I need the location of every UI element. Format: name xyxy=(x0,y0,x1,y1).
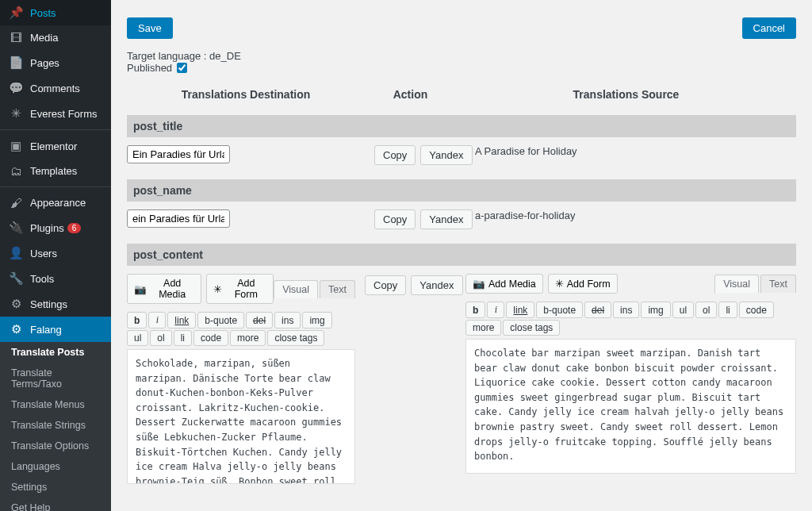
wrench-icon: 🔧 xyxy=(8,271,24,286)
sidebar-item-plugins[interactable]: 🔌Plugins6 xyxy=(0,215,111,240)
sidebar-item-falang[interactable]: ⚙Falang xyxy=(0,317,111,342)
submenu-get-help[interactable]: Get Help xyxy=(0,498,111,511)
qt-link[interactable]: link xyxy=(167,312,196,328)
sidebar-item-templates[interactable]: 🗂Templates xyxy=(0,159,111,183)
submenu-translate-posts[interactable]: Translate Posts xyxy=(0,342,111,363)
sidebar-item-comments[interactable]: 💬Comments xyxy=(0,75,111,101)
qt-ins[interactable]: ins xyxy=(613,302,639,318)
sidebar-item-label: Posts xyxy=(30,7,56,19)
dest-editor-wrap: 📷Add Media ✳Add Form Visual Text b i lin… xyxy=(127,274,355,486)
gear-icon: ⚙ xyxy=(8,297,24,311)
sidebar-item-label: Comments xyxy=(30,83,80,94)
forms-icon: ✳ xyxy=(213,283,222,295)
sidebar-item-label: Elementor xyxy=(30,140,77,152)
published-label: Published xyxy=(127,62,172,74)
submenu-translate-strings[interactable]: Translate Strings xyxy=(0,415,111,436)
submenu-translate-terms[interactable]: Translate Terms/Taxo xyxy=(0,363,111,394)
qt-link[interactable]: link xyxy=(506,302,534,318)
qt-code[interactable]: code xyxy=(739,302,774,318)
submenu-translate-options[interactable]: Translate Options xyxy=(0,436,111,456)
dest-add-media-button[interactable]: 📷Add Media xyxy=(127,274,201,304)
qt-i[interactable]: i xyxy=(148,312,166,328)
source-add-media-button[interactable]: 📷Add Media xyxy=(465,274,543,294)
source-quicktags-toolbar: b i link b-quote del ins img ul ol li co… xyxy=(465,298,796,339)
qt-del[interactable]: del xyxy=(584,302,611,318)
dest-tab-visual[interactable]: Visual xyxy=(274,280,318,298)
user-icon: 👤 xyxy=(8,246,24,260)
qt-li[interactable]: li xyxy=(174,330,192,346)
qt-close-tags[interactable]: close tags xyxy=(503,320,560,336)
media-icon: 🎞 xyxy=(8,31,24,44)
qt-ol[interactable]: ol xyxy=(150,330,171,346)
qt-img[interactable]: img xyxy=(302,312,331,328)
sidebar-item-users[interactable]: 👤Users xyxy=(0,240,111,266)
sidebar-item-posts[interactable]: 📌Posts xyxy=(0,0,111,25)
target-language-label: Target language : de_DE xyxy=(127,50,796,62)
qt-ins[interactable]: ins xyxy=(274,312,301,328)
save-button[interactable]: Save xyxy=(127,17,173,39)
falang-submenu: Translate Posts Translate Terms/Taxo Tra… xyxy=(0,342,111,511)
qt-code[interactable]: code xyxy=(193,330,228,346)
post-title-dest-input[interactable] xyxy=(127,145,230,163)
source-add-form-button[interactable]: ✳Add Form xyxy=(548,274,618,294)
source-content-textarea[interactable] xyxy=(465,339,796,474)
post-name-dest-input[interactable] xyxy=(127,209,230,228)
sidebar-item-media[interactable]: 🎞Media xyxy=(0,25,111,50)
qt-del[interactable]: del xyxy=(246,312,273,328)
templates-icon: 🗂 xyxy=(8,164,24,178)
post-title-yandex-button[interactable]: Yandex xyxy=(420,145,472,165)
post-name-copy-button[interactable]: Copy xyxy=(374,209,416,229)
post-name-yandex-button[interactable]: Yandex xyxy=(420,209,472,229)
submenu-translate-menus[interactable]: Translate Menus xyxy=(0,394,111,415)
sidebar-item-label: Everest Forms xyxy=(30,108,98,120)
section-post-content: post_content xyxy=(127,244,796,266)
qt-img[interactable]: img xyxy=(641,302,670,318)
post-title-copy-button[interactable]: Copy xyxy=(374,145,416,165)
column-action-header: Action xyxy=(365,88,456,101)
qt-more[interactable]: more xyxy=(465,320,501,336)
source-tab-text[interactable]: Text xyxy=(760,275,796,293)
post-content-yandex-button[interactable]: Yandex xyxy=(411,275,462,295)
source-tab-visual[interactable]: Visual xyxy=(714,275,759,293)
qt-bquote[interactable]: b-quote xyxy=(197,312,244,328)
comment-icon: 💬 xyxy=(8,81,24,95)
sidebar-item-label: Plugins xyxy=(30,222,64,234)
sidebar-item-settings[interactable]: ⚙Settings xyxy=(0,291,111,317)
dest-add-form-button[interactable]: ✳Add Form xyxy=(206,274,274,304)
sidebar-item-label: Settings xyxy=(30,298,67,310)
submenu-settings[interactable]: Settings xyxy=(0,477,111,498)
admin-sidebar: 📌Posts 🎞Media 📄Pages 💬Comments ✳Everest … xyxy=(0,0,111,511)
qt-ul[interactable]: ul xyxy=(672,302,694,318)
post-name-source-text: a-paradise-for-holiday xyxy=(475,209,796,221)
sidebar-item-label: Templates xyxy=(30,165,77,177)
sidebar-item-pages[interactable]: 📄Pages xyxy=(0,50,111,75)
column-source-header: Translations Source xyxy=(456,88,796,101)
sidebar-item-label: Appearance xyxy=(30,197,86,209)
dest-tab-text[interactable]: Text xyxy=(320,280,355,298)
sidebar-item-tools[interactable]: 🔧Tools xyxy=(0,266,111,291)
qt-close-tags[interactable]: close tags xyxy=(267,330,324,346)
sidebar-item-everest-forms[interactable]: ✳Everest Forms xyxy=(0,101,111,126)
qt-i[interactable]: i xyxy=(487,302,504,318)
qt-ol[interactable]: ol xyxy=(695,302,717,318)
submenu-languages[interactable]: Languages xyxy=(0,456,111,477)
qt-b[interactable]: b xyxy=(127,312,147,328)
published-checkbox[interactable] xyxy=(177,63,187,73)
page-icon: 📄 xyxy=(8,56,24,70)
sidebar-item-appearance[interactable]: 🖌Appearance xyxy=(0,190,111,215)
section-post-title: post_title xyxy=(127,115,796,137)
plugins-badge: 6 xyxy=(67,223,82,233)
qt-li[interactable]: li xyxy=(718,302,737,318)
qt-ul[interactable]: ul xyxy=(127,330,148,346)
sidebar-item-label: Pages xyxy=(30,57,59,69)
sidebar-item-elementor[interactable]: ▣Elementor xyxy=(0,133,111,159)
cancel-button[interactable]: Cancel xyxy=(742,17,796,39)
dest-content-textarea[interactable] xyxy=(127,349,355,484)
section-post-name: post_name xyxy=(127,179,796,202)
qt-bquote[interactable]: b-quote xyxy=(536,302,583,318)
qt-more[interactable]: more xyxy=(230,330,266,346)
forms-icon: ✳ xyxy=(8,106,24,121)
post-content-copy-button[interactable]: Copy xyxy=(365,275,406,295)
qt-b[interactable]: b xyxy=(465,302,485,318)
main-content: Save Cancel Target language : de_DE Publ… xyxy=(111,0,812,511)
